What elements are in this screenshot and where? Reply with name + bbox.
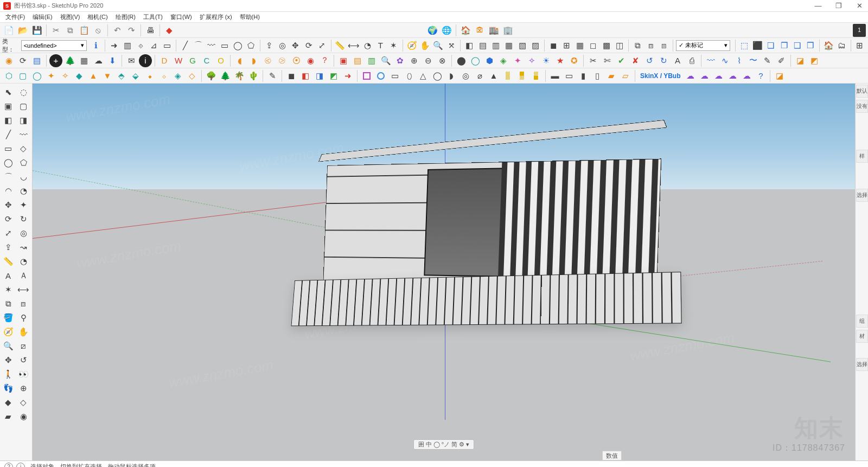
plugin-b4-icon[interactable]: ⧁ (276, 54, 289, 67)
meas-dim-icon[interactable]: ⟷ (347, 39, 360, 52)
draw-free-icon[interactable]: 〰 (206, 39, 218, 52)
skinx-2-icon[interactable]: ☁ (698, 69, 711, 82)
plugin-e1-icon[interactable]: ✂ (586, 54, 599, 67)
plugin-tree-icon[interactable]: 🌲 (63, 54, 76, 67)
row4-a2-icon[interactable]: ▢ (16, 69, 29, 82)
cam-pan-icon[interactable]: ✋ (419, 39, 431, 52)
skinx-1-icon[interactable]: ☁ (684, 69, 697, 82)
style-3-icon[interactable]: ⟐ (135, 39, 146, 52)
plugin-g2-icon[interactable]: ◩ (808, 54, 821, 67)
comp-1-icon[interactable]: 🏠 (822, 39, 834, 52)
plugin-e3-icon[interactable]: ✔ (615, 54, 628, 67)
select-tool-icon[interactable]: ⬉ (1, 86, 15, 99)
menu-window[interactable]: 窗口(W) (167, 12, 195, 22)
plugin-mail-icon[interactable]: ✉ (125, 54, 138, 67)
plugin-d7-icon[interactable]: ☀ (539, 54, 552, 67)
pan-tool-icon[interactable]: ✋ (16, 325, 30, 338)
orbit-tool-icon[interactable]: 🧭 (1, 325, 15, 338)
prim-dome-icon[interactable]: ◗ (445, 69, 458, 82)
wall-6-icon[interactable]: ▱ (619, 69, 632, 82)
plugin-b2-icon[interactable]: ◗ (247, 54, 260, 67)
save-file-icon[interactable]: 💾 (30, 24, 43, 37)
wall-2-icon[interactable]: ▭ (563, 69, 576, 82)
letter-g-icon[interactable]: G (186, 54, 199, 67)
plugin-c1-icon[interactable]: ▣ (337, 54, 350, 67)
comp-2-icon[interactable]: 🗂 (835, 39, 847, 52)
followme-tool-icon[interactable]: ↝ (16, 241, 30, 254)
copy-icon[interactable]: ⧉ (63, 24, 76, 37)
rect-rot-tool-icon[interactable]: ◇ (16, 142, 30, 155)
plugin-d9-icon[interactable]: ✪ (567, 54, 580, 67)
plugin-dl-icon[interactable]: ⬇ (106, 54, 119, 67)
draw-circ-icon[interactable]: ◯ (232, 39, 244, 52)
arc-tool-icon[interactable]: ⌒ (1, 170, 15, 183)
box-1-icon[interactable]: ⬚ (738, 39, 750, 52)
polygon-tool-icon[interactable]: ⬠ (16, 156, 30, 169)
box-5-icon[interactable]: ❑ (791, 39, 803, 52)
letter-o-icon[interactable]: O (214, 54, 227, 67)
plugin-red-icon[interactable]: ◆ (163, 24, 176, 37)
lasso-tool-icon[interactable]: ◌ (16, 86, 30, 99)
prev-view-tool-icon[interactable]: ↺ (16, 354, 30, 367)
rect-tool-icon[interactable]: ▭ (1, 142, 15, 155)
row4-z1-icon[interactable]: ◪ (773, 69, 786, 82)
position-tool-icon[interactable]: 👣 (1, 382, 15, 395)
wall-4-icon[interactable]: ▯ (591, 69, 604, 82)
view-iso-icon[interactable]: ◧ (463, 39, 475, 52)
plugin-c4-icon[interactable]: 🔍 (379, 54, 392, 67)
plugin-c3-icon[interactable]: ▥ (365, 54, 378, 67)
menu-view[interactable]: 视图(V) (57, 12, 84, 22)
plugin-c6-icon[interactable]: ⊕ (407, 54, 420, 67)
cam-orbit-icon[interactable]: 🧭 (406, 39, 418, 52)
box-3-icon[interactable]: ❏ (765, 39, 777, 52)
box-2-icon[interactable]: ⬛ (751, 39, 763, 52)
dims-tool-icon[interactable]: ⟷ (16, 283, 30, 296)
plugin-f3-icon[interactable]: ⌇ (732, 54, 745, 67)
plugin-f5-icon[interactable]: ✎ (761, 54, 774, 67)
tree-4-icon[interactable]: 🌵 (247, 69, 260, 82)
bool-4-icon[interactable]: ◩ (327, 69, 340, 82)
plugin-a3-icon[interactable]: ▤ (30, 54, 43, 67)
plugin-e4-icon[interactable]: ✘ (629, 54, 642, 67)
skinx-4-icon[interactable]: ☁ (726, 69, 739, 82)
tray-style[interactable]: 样 (856, 150, 868, 163)
face-xray-icon[interactable]: ◫ (614, 39, 626, 52)
view-back-icon[interactable]: ▧ (516, 39, 528, 52)
pushpull-tool-icon[interactable]: ⇪ (1, 241, 15, 254)
plugin-info-icon[interactable]: i (139, 54, 152, 67)
plugin-b1-icon[interactable]: ◖ (233, 54, 246, 67)
row4-a3-icon[interactable]: ◯ (30, 69, 43, 82)
menu-help[interactable]: 帮助(H) (237, 12, 263, 22)
draw-arc-icon[interactable]: ⌒ (192, 39, 204, 52)
prim-cone-icon[interactable]: △ (417, 69, 430, 82)
plugin-c5-icon[interactable]: ✿ (393, 54, 406, 67)
text-tool-icon[interactable]: A (1, 269, 15, 282)
position2-tool-icon[interactable]: ⊕ (16, 382, 30, 395)
row4-a5-icon[interactable]: ✧ (59, 69, 72, 82)
cam-zoom-icon[interactable]: 🔍 (432, 39, 444, 52)
warehouse-3-icon[interactable]: 🏬 (487, 24, 500, 37)
sandbox1-tool-icon[interactable]: ▰ (1, 410, 15, 423)
plugin-e2-icon[interactable]: ✄ (601, 54, 614, 67)
skinx-help-icon[interactable]: ? (754, 69, 767, 82)
plugin-e8-icon[interactable]: ⎙ (685, 54, 698, 67)
tape-tool-icon[interactable]: 📏 (1, 255, 15, 268)
view-left-icon[interactable]: ▨ (529, 39, 541, 52)
sample-tool-icon[interactable]: ⚲ (16, 311, 30, 324)
section-plane-icon[interactable]: ⧉ (631, 39, 643, 52)
prim-sphere-icon[interactable]: ◯ (431, 69, 444, 82)
plugin-e6-icon[interactable]: ↻ (657, 54, 670, 67)
offset-tool-icon[interactable]: ◎ (16, 227, 30, 240)
right-badge[interactable]: 1 (853, 24, 866, 37)
arc2-tool-icon[interactable]: ◡ (16, 170, 30, 183)
pie-tool-icon[interactable]: ◔ (16, 184, 30, 197)
delete-icon[interactable]: ⦸ (92, 24, 105, 37)
plugin-c7-icon[interactable]: ⊖ (422, 54, 435, 67)
style-4-icon[interactable]: ⊿ (148, 39, 159, 52)
mod-move-icon[interactable]: ✥ (290, 39, 302, 52)
minimize-button[interactable]: — (813, 2, 824, 10)
eraser2-tool-icon[interactable]: ◨ (16, 114, 30, 127)
face-hidden-icon[interactable]: ⊞ (560, 39, 572, 52)
solid2-tool-icon[interactable]: ◇ (16, 396, 30, 409)
row4-a6-icon[interactable]: ◆ (73, 69, 86, 82)
